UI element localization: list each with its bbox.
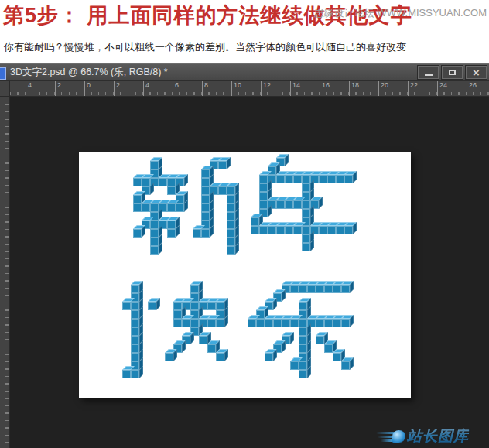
voxel-cube [201,195,210,203]
voxel-cube [285,200,293,209]
voxel-cube [302,243,310,251]
voxel-cube [341,285,350,293]
voxel-cube [131,319,139,327]
voxel-cube [268,226,276,234]
voxel-cube [201,178,210,186]
ruler-label: 16 [320,81,330,96]
voxel-cube [319,226,327,234]
photoshop-document-window: 3D文字2.psd @ 66.7% (乐, RGB/8) * × 4202468… [0,63,489,448]
voxel-cube [256,319,265,327]
voxel-cube [265,319,273,327]
ruler-corner [0,81,10,97]
voxel-cube [201,186,210,195]
voxel-cube [319,175,327,183]
voxel-cube [227,203,235,212]
voxel-cube [282,319,290,327]
voxel-cube [142,203,150,212]
voxel-cube [216,353,224,361]
voxel-cube [227,195,235,203]
voxel-cube [133,195,142,203]
voxel-cube [265,353,273,361]
voxel-cube [150,221,159,229]
voxel-cube [299,370,307,378]
voxel-cube [302,226,310,234]
ruler-label: 22 [408,81,418,96]
voxel-cube [293,226,302,234]
voxel-cube [299,327,307,336]
voxel-cube [131,310,139,319]
voxel-cube [150,161,159,169]
close-button[interactable]: × [466,66,487,79]
voxel-cube [299,285,307,293]
voxel-cube [293,200,302,209]
voxel-cube [133,229,142,238]
voxel-cube [150,229,159,238]
voxel-cube [259,175,268,183]
voxel-cube [131,302,139,310]
voxel-cube [201,229,210,238]
ruler-label: 20 [378,81,388,96]
voxel-cube [227,246,235,255]
voxel-cube [324,344,333,353]
vertical-ruler[interactable] [0,97,10,448]
voxel-cube [190,285,199,293]
voxel-cube [302,183,310,192]
voxel-cube [167,178,176,186]
document-viewport[interactable]: 站长图库 [10,97,489,448]
voxel-cube [302,209,310,217]
voxel-cube [173,310,182,319]
voxel-cube [159,178,167,186]
voxel-cube [316,336,324,344]
voxel-cube [299,336,307,344]
maximize-button[interactable] [442,66,463,79]
voxel-cube [333,319,341,327]
voxel-cube [131,285,139,293]
ruler-label: 24 [437,81,447,96]
voxel-cube [190,319,199,327]
horizontal-ruler[interactable]: 4202468101214161820222426 [10,81,489,97]
voxel-cube [131,327,139,336]
minimize-button[interactable] [418,66,439,79]
voxel-cube [285,175,293,183]
voxel-cube [333,353,341,361]
ruler-label: 10 [231,81,241,96]
close-icon: × [473,67,480,78]
voxel-cube [201,212,210,221]
voxel-cube [167,221,176,229]
voxel-cube [324,319,333,327]
voxel-cube [248,319,256,327]
site-logo: 站长图库 [379,426,469,446]
voxel-cube [333,285,341,293]
vertical-ruler-ticks [5,97,9,448]
voxel-cube [150,246,159,255]
voxel-cube [273,319,282,327]
window-titlebar[interactable]: 3D文字2.psd @ 66.7% (乐, RGB/8) * × [0,63,489,81]
site-watermark: 思缘设计论坛 WWW.MISSYUAN.COM [314,6,487,20]
minimize-icon [425,74,433,76]
voxel-cube [336,226,344,234]
voxel-cube [167,186,176,195]
voxel-cube [167,229,176,238]
voxel-cube [302,234,310,243]
voxel-cube [122,302,131,310]
voxel-cube [122,370,131,378]
ruler-label: 18 [349,81,359,96]
voxel-cube [227,212,235,221]
voxel-cube [227,229,235,238]
voxel-cube [327,226,336,234]
voxel-cube [173,302,182,310]
ruler-label: 6 [173,81,179,96]
voxel-cube [276,226,285,234]
voxel-cube [341,319,350,327]
voxel-cube [251,217,259,226]
voxel-cube [227,186,235,195]
document-canvas[interactable] [79,152,411,398]
voxel-cube [216,319,224,327]
voxel-cube [293,175,302,183]
voxel-cube [341,361,350,370]
voxel-cube [201,203,210,212]
ruler-label: 4 [143,81,149,96]
voxel-cube [307,285,316,293]
voxel-cube [193,229,201,238]
voxel-cube [218,186,227,195]
